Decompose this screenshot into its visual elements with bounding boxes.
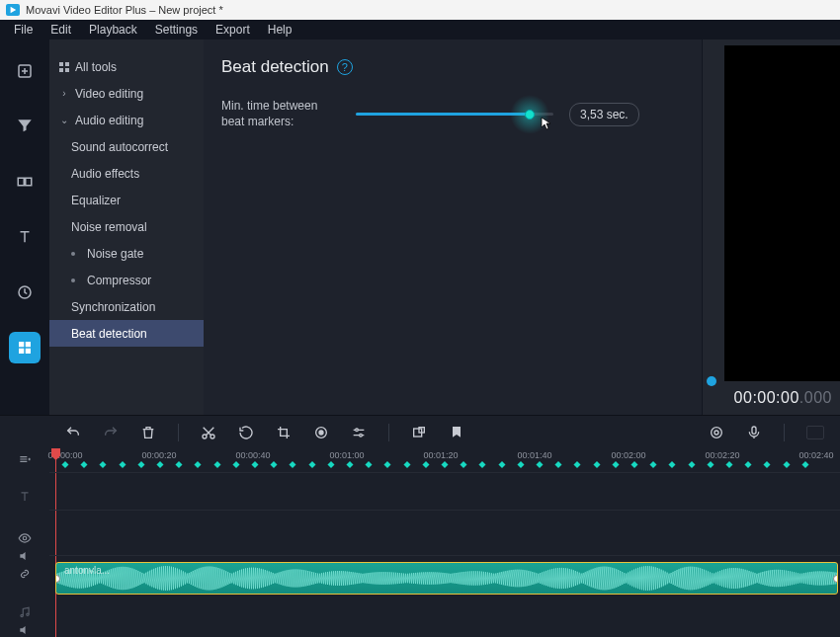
- delete-icon[interactable]: [140, 425, 156, 440]
- beat-marker-icon: [251, 461, 258, 468]
- camera-icon[interactable]: [709, 425, 724, 440]
- slider-thumb[interactable]: [518, 103, 542, 126]
- add-media-icon[interactable]: [9, 55, 41, 87]
- beat-marker-icon: [384, 461, 391, 468]
- menu-settings[interactable]: Settings: [155, 23, 198, 37]
- music-track-icon[interactable]: [18, 605, 32, 619]
- transitions-icon[interactable]: [9, 166, 41, 198]
- svg-point-18: [360, 434, 363, 437]
- svg-point-21: [712, 427, 722, 438]
- clip-props-icon[interactable]: [411, 425, 427, 440]
- beat-marker-icon: [498, 461, 505, 468]
- svg-rect-2: [18, 178, 24, 186]
- track-controls-1: [18, 490, 32, 504]
- svg-rect-7: [19, 349, 24, 354]
- sidebar-item-compressor[interactable]: Compressor: [49, 267, 204, 293]
- beat-marker-icon: [783, 461, 790, 468]
- view-mode-icon[interactable]: [806, 426, 824, 439]
- menu-export[interactable]: Export: [215, 23, 250, 37]
- slider-value: 3,53 sec.: [569, 103, 639, 126]
- help-icon[interactable]: ?: [337, 59, 353, 75]
- beat-marker-icon: [290, 461, 296, 468]
- marker-icon[interactable]: [449, 425, 464, 440]
- stickers-icon[interactable]: [9, 277, 41, 308]
- speaker-icon[interactable]: [18, 623, 32, 637]
- beat-marker-icon: [536, 461, 543, 468]
- ruler-tick: 00:01:00: [329, 450, 364, 460]
- record-icon[interactable]: [313, 425, 329, 440]
- sidebar-audio-editing[interactable]: ⌄ Audio editing: [49, 107, 204, 133]
- beat-marker-icon: [119, 461, 126, 468]
- ruler-tick: 00:00:20: [141, 450, 176, 460]
- preview-timecode: 00:00:00.000: [734, 389, 832, 407]
- menu-help[interactable]: Help: [268, 23, 293, 37]
- audio-clip-name: antonvla...: [64, 565, 110, 576]
- separator: [178, 424, 179, 441]
- menu-edit[interactable]: Edit: [50, 23, 71, 37]
- timeline: 00:00:0000:00:2000:00:4000:01:0000:01:20…: [0, 448, 840, 637]
- menubar: File Edit Playback Settings Export Help: [0, 20, 840, 40]
- sidebar-all-tools[interactable]: All tools: [49, 53, 204, 80]
- beat-marker-icon: [479, 461, 486, 468]
- sidebar-item-beat-detection[interactable]: Beat detection: [49, 320, 204, 347]
- beat-marker-icon: [517, 461, 524, 468]
- menu-playback[interactable]: Playback: [89, 23, 137, 37]
- svg-rect-6: [26, 342, 31, 347]
- ruler-tick: 00:02:20: [705, 450, 739, 460]
- play-indicator-icon[interactable]: [707, 376, 716, 386]
- sidebar-item-synchronization[interactable]: Synchronization: [49, 293, 204, 320]
- sidebar-video-editing[interactable]: › Video editing: [49, 80, 204, 107]
- tool-sidebar: All tools › Video editing ⌄ Audio editin…: [49, 40, 204, 415]
- sidebar-item-equalizer[interactable]: Equalizer: [49, 187, 204, 213]
- beat-marker-icon: [669, 461, 676, 468]
- beat-marker-icon: [366, 461, 373, 468]
- ruler-tick: 00:02:40: [798, 450, 833, 460]
- beat-marker-icon: [176, 461, 183, 468]
- eye-icon[interactable]: [18, 531, 32, 545]
- beat-marker-icon: [630, 461, 637, 468]
- adjust-icon[interactable]: [351, 425, 367, 440]
- clip-handle-left[interactable]: [55, 575, 60, 583]
- link-icon[interactable]: [18, 567, 32, 581]
- sidebar-all-tools-label: All tools: [75, 60, 117, 74]
- text-track-icon[interactable]: [18, 490, 32, 504]
- titles-icon[interactable]: [9, 221, 41, 253]
- beat-marker-icon: [441, 461, 448, 468]
- svg-rect-10: [65, 62, 69, 66]
- sidebar-item-noise-removal[interactable]: Noise removal: [49, 213, 204, 240]
- preview-screen[interactable]: [724, 45, 840, 381]
- more-tools-icon[interactable]: [9, 332, 41, 363]
- svg-point-22: [714, 431, 718, 435]
- beat-marker-icon: [555, 461, 562, 468]
- crop-icon[interactable]: [276, 425, 292, 440]
- mic-icon[interactable]: [746, 425, 762, 440]
- timeline-ruler[interactable]: 00:00:0000:00:2000:00:4000:01:0000:01:20…: [49, 448, 840, 472]
- timeline-body[interactable]: 00:00:0000:00:2000:00:4000:01:0000:01:20…: [49, 448, 840, 637]
- cursor-icon: [541, 117, 552, 130]
- clip-handle-right[interactable]: [833, 575, 838, 583]
- track-video[interactable]: [49, 510, 840, 555]
- redo-icon[interactable]: [103, 425, 119, 440]
- svg-rect-5: [19, 342, 24, 347]
- cut-icon[interactable]: [201, 425, 216, 440]
- main-area: All tools › Video editing ⌄ Audio editin…: [0, 40, 840, 415]
- filters-icon[interactable]: [9, 111, 41, 142]
- speaker-icon[interactable]: [18, 549, 32, 563]
- audio-clip[interactable]: antonvla...: [55, 562, 838, 595]
- sidebar-item-noise-gate[interactable]: Noise gate: [49, 240, 204, 267]
- undo-icon[interactable]: [65, 425, 81, 440]
- rotate-icon[interactable]: [238, 425, 254, 440]
- beat-interval-slider[interactable]: [356, 113, 553, 116]
- add-track-icon[interactable]: [14, 452, 36, 466]
- beat-marker-icon: [422, 461, 429, 468]
- preview-pane: 00:00:00.000: [702, 40, 840, 415]
- svg-point-26: [27, 613, 29, 615]
- track-audio[interactable]: antonvla...: [49, 555, 840, 600]
- track-titles[interactable]: [49, 472, 840, 510]
- menu-file[interactable]: File: [14, 23, 33, 37]
- svg-rect-8: [26, 349, 31, 354]
- ruler-tick: 00:02:00: [611, 450, 645, 460]
- beat-marker-icon: [308, 461, 315, 468]
- sidebar-item-audio-effects[interactable]: Audio effects: [49, 160, 204, 187]
- sidebar-item-sound-autocorrect[interactable]: Sound autocorrect: [49, 133, 204, 160]
